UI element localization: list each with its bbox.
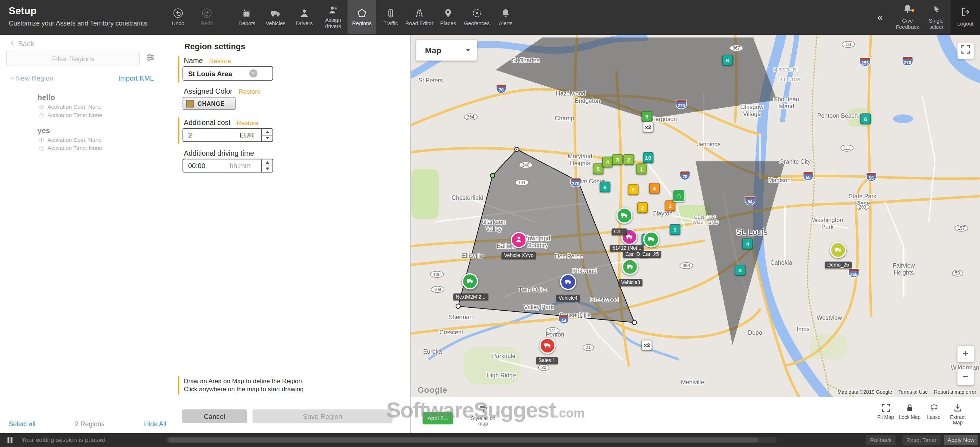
polygon-vertex-handle[interactable] [632, 320, 636, 325]
additional-cost-input[interactable]: 2 EUR [183, 128, 274, 142]
change-color-button[interactable]: CHANGE [183, 97, 236, 110]
reset-timer-button[interactable]: Reset Timer [902, 435, 940, 445]
date-chip[interactable]: April 2... [423, 412, 453, 425]
single-select-button[interactable]: Single select [922, 0, 951, 34]
count-marker[interactable]: 1 [636, 163, 646, 174]
vehicle-marker[interactable] [830, 242, 846, 258]
polygon-vertex-handle[interactable] [456, 304, 460, 309]
home-marker[interactable]: ⌂ [673, 189, 685, 202]
region-name-input[interactable] [183, 66, 274, 81]
lock-map-button[interactable]: Lock Map [897, 403, 923, 420]
stepper-up-icon[interactable] [262, 129, 272, 135]
vehicle-label[interactable]: NextM2M 2... [453, 294, 488, 301]
truck-icon [565, 276, 572, 288]
zoom-in-button[interactable]: + [958, 346, 974, 362]
toolbar-item-regions[interactable]: Regions [347, 0, 376, 34]
scrollbar-thumb[interactable] [168, 437, 758, 442]
map-type-selector[interactable]: Map [416, 40, 477, 61]
filter-regions-input[interactable] [6, 51, 140, 66]
vehicle-marker[interactable] [539, 337, 555, 354]
select-all-link[interactable]: Select all [9, 420, 35, 428]
new-region-link[interactable]: + New Region [10, 75, 53, 82]
vehicle-label[interactable]: Sales 1 [536, 357, 557, 364]
restore-color-link[interactable]: Restore [239, 88, 261, 95]
toolbar-item-assign-drivers[interactable]: Assign drivers [319, 0, 347, 34]
collapse-panel-button[interactable]: « [877, 11, 883, 23]
pause-button[interactable] [8, 437, 15, 443]
vehicle-marker[interactable] [616, 207, 633, 224]
toolbar-item-undo[interactable]: Undo [164, 0, 192, 34]
count-marker[interactable]: 8 [722, 55, 733, 65]
region-list-item[interactable]: helloActivation Cost: NoneActivation Tim… [0, 93, 175, 118]
count-marker[interactable]: 4 [742, 239, 753, 249]
back-link[interactable]: Back [9, 40, 34, 48]
restore-name-link[interactable]: Restore [209, 57, 231, 65]
restore-cost-link[interactable]: Restore [237, 119, 258, 126]
logout-button[interactable]: Logout [950, 0, 980, 34]
count-marker[interactable]: 6 [861, 113, 871, 124]
time-stepper[interactable] [261, 159, 273, 172]
vehicle-marker[interactable] [462, 273, 478, 290]
toolbar-item-road-editor[interactable]: Road Editor [405, 0, 434, 34]
toolbar-item-alerts[interactable]: Alerts [491, 0, 520, 34]
save-region-button[interactable]: Save Region [253, 409, 393, 423]
give-feedback-button[interactable]: Give Feedback [893, 0, 922, 34]
hide-all-link[interactable]: Hide All [144, 420, 166, 428]
count-marker[interactable]: 2 [624, 154, 634, 165]
toolbar-item-drivers[interactable]: Drivers [290, 0, 319, 34]
toolbar-item-redo[interactable]: Redo [192, 0, 221, 34]
count-marker[interactable]: x2 [643, 121, 653, 132]
count-marker[interactable]: x2 [642, 340, 652, 350]
count-marker[interactable]: 4 [602, 156, 613, 167]
lasso-button[interactable]: Lasso [921, 403, 947, 420]
report-error-link[interactable]: Report a map error [934, 390, 976, 395]
toolbar-item-depots[interactable]: Depots [232, 0, 261, 34]
zoom-out-button[interactable]: − [958, 369, 974, 385]
style-all-button[interactable]: Style all on map [469, 404, 498, 427]
count-marker[interactable]: 3 [735, 265, 745, 275]
region-list-item[interactable]: yesActivation Cost: NoneActivation Time:… [0, 126, 175, 151]
count-marker[interactable]: 9 [642, 111, 652, 121]
cost-stepper[interactable] [261, 129, 273, 141]
toolbar-item-traffic[interactable]: Traffic [376, 0, 405, 34]
toolbar-item-geofences[interactable]: Geofences [463, 0, 492, 34]
count-marker[interactable]: 3 [628, 184, 638, 195]
vehicle-marker[interactable] [643, 231, 660, 248]
horizontal-scrollbar[interactable] [165, 437, 777, 443]
stepper-down-icon[interactable] [262, 166, 272, 172]
vehicle-label[interactable]: Vehicle4 [556, 294, 581, 302]
stepper-up-icon[interactable] [262, 159, 272, 166]
vehicle-label[interactable]: Vehicle3 [619, 279, 643, 286]
driving-time-input[interactable]: 00:00 hh:mm [183, 159, 274, 172]
filter-icon[interactable] [145, 52, 155, 65]
extract-map-button[interactable]: Extract Map [945, 403, 970, 426]
clear-name-icon[interactable]: × [250, 69, 258, 77]
fit-map-button[interactable]: Fit Map [873, 403, 898, 420]
toolbar-item-places[interactable]: Places [434, 0, 463, 34]
count-marker[interactable]: 4 [649, 183, 660, 193]
polygon-vertex-handle[interactable] [490, 173, 495, 178]
vehicle-label[interactable]: Vehicle XYyo [502, 252, 536, 259]
count-marker[interactable]: 2 [637, 202, 648, 213]
vehicle-marker[interactable] [560, 274, 576, 290]
vehicle-label[interactable]: Car_25 [640, 251, 661, 258]
count-marker[interactable]: 10 [643, 152, 653, 162]
fullscreen-button[interactable] [958, 43, 974, 59]
count-marker[interactable]: 6 [600, 181, 610, 192]
map-canvas[interactable]: St PetersSt CharlesHazelwoodBridgetonCha… [410, 34, 980, 397]
cancel-button[interactable]: Cancel [182, 409, 247, 423]
toolbar-item-vehicles[interactable]: Vehicles [261, 0, 290, 34]
terms-link[interactable]: Terms of Use [898, 390, 928, 395]
rollback-button[interactable]: Rollback [866, 435, 896, 445]
stepper-down-icon[interactable] [262, 135, 272, 141]
import-kml-link[interactable]: Import KML [118, 75, 153, 82]
vehicle-marker[interactable] [511, 232, 527, 248]
vehicle-label[interactable]: Ca... [612, 229, 627, 235]
count-marker[interactable]: 3 [612, 154, 623, 165]
count-marker[interactable]: 1 [670, 224, 680, 235]
vehicle-marker[interactable] [622, 259, 638, 275]
count-marker[interactable]: 1 [665, 200, 675, 211]
apply-now-button[interactable]: Apply Now [944, 435, 978, 445]
vehicle-label[interactable]: Demo_25 [825, 261, 851, 268]
vehicle-label[interactable]: 51412 (Not... [610, 245, 644, 251]
